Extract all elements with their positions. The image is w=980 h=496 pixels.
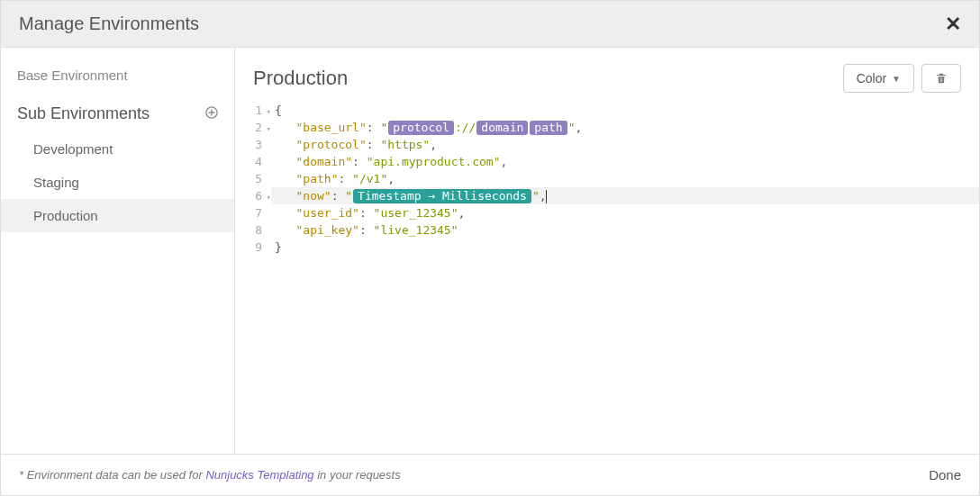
sub-environments-heading: Sub Environments <box>17 104 150 123</box>
base-environment-link[interactable]: Base Environment <box>1 68 234 104</box>
json-editor[interactable]: 1▾ { 2▾ "base_url": "protocol://domainpa… <box>235 102 979 454</box>
editor-line: 2▾ "base_url": "protocol://domainpath", <box>235 119 979 136</box>
env-item-staging[interactable]: Staging <box>1 166 234 199</box>
chevron-down-icon: ▼ <box>892 74 901 84</box>
sidebar: Base Environment Sub Environments Develo… <box>1 48 235 454</box>
color-dropdown[interactable]: Color ▼ <box>843 64 914 93</box>
template-tag-protocol[interactable]: protocol <box>388 121 454 135</box>
editor-line: 1▾ { <box>235 102 979 119</box>
editor-line: 7 "user_id": "user_12345", <box>235 204 979 221</box>
env-item-development[interactable]: Development <box>1 132 234 166</box>
delete-environment-button[interactable] <box>921 64 961 93</box>
environment-name[interactable]: Production <box>253 67 348 90</box>
footer-note: * Environment data can be used for Nunju… <box>19 468 401 482</box>
env-item-production[interactable]: Production <box>1 199 234 232</box>
template-tag-domain[interactable]: domain <box>476 121 528 135</box>
modal-title: Manage Environments <box>19 14 199 34</box>
editor-line: 9 } <box>235 239 979 256</box>
editor-line: 4 "domain": "api.myproduct.com", <box>235 153 979 170</box>
template-tag-timestamp[interactable]: Timestamp → Milliseconds <box>353 189 531 203</box>
modal-footer: * Environment data can be used for Nunju… <box>1 454 979 495</box>
template-tag-path[interactable]: path <box>530 121 567 135</box>
trash-icon <box>935 72 948 85</box>
environment-list: Development Staging Production <box>1 132 234 232</box>
editor-line: 6▾ "now": "Timestamp → Milliseconds", <box>235 187 979 204</box>
add-environment-icon[interactable] <box>205 106 218 122</box>
editor-line: 3 "protocol": "https", <box>235 136 979 153</box>
editor-line: 5 "path": "/v1", <box>235 170 979 187</box>
text-cursor <box>546 190 547 203</box>
done-button[interactable]: Done <box>929 467 961 482</box>
modal-header: Manage Environments ✕ <box>1 1 979 48</box>
nunjucks-link[interactable]: Nunjucks Templating <box>205 468 313 482</box>
close-icon[interactable]: ✕ <box>945 14 961 34</box>
editor-line: 8 "api_key": "live_12345" <box>235 221 979 239</box>
